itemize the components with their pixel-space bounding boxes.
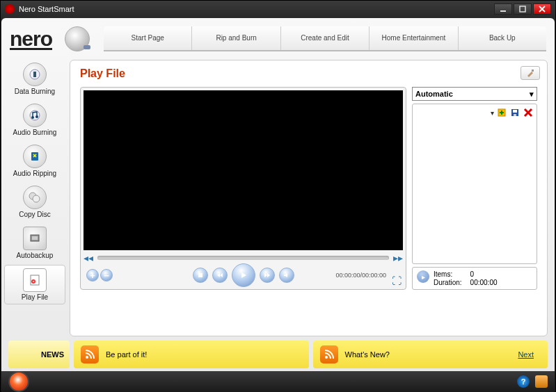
topnav-create-edit[interactable]: Create and Edit: [281, 26, 370, 50]
items-value: 0: [470, 270, 498, 278]
titlebar: Nero StartSmart: [1, 1, 555, 17]
svg-rect-15: [198, 273, 202, 277]
fullscreen-button[interactable]: ⛶: [392, 275, 402, 286]
items-label: Items:: [434, 270, 462, 278]
sidebar-item-label: Play File: [22, 293, 48, 301]
svg-rect-14: [532, 70, 534, 72]
top-nav: Start Page Rip and Burn Create and Edit …: [104, 26, 546, 51]
page-title: Play File: [80, 67, 537, 80]
duration-value: 00:00:00: [470, 279, 498, 286]
main-panel: Play File ◂◂ ▸▸ + −: [70, 60, 548, 336]
options-button[interactable]: [535, 375, 548, 388]
playlist-add-icon[interactable]: [496, 107, 507, 118]
rss-icon: [81, 345, 99, 364]
playlist-mode-dropdown[interactable]: Automatic ▾: [412, 87, 537, 101]
sidebar-autobackup[interactable]: Autobackup: [4, 224, 65, 262]
app-icon: [5, 4, 15, 14]
rss-icon: [320, 345, 338, 364]
backup-icon: [23, 227, 47, 250]
seek-bar[interactable]: [97, 256, 389, 260]
news-item-2[interactable]: What's New? Next: [313, 341, 548, 368]
svg-rect-1: [520, 6, 525, 12]
topnav-home-ent[interactable]: Home Entertainment: [370, 26, 458, 50]
sidebar-audio-burning[interactable]: Audio Burning: [4, 101, 65, 139]
sidebar-item-label: Copy Disc: [19, 211, 51, 218]
maximize-button[interactable]: [514, 3, 532, 15]
close-button[interactable]: [533, 3, 551, 15]
zoom-in-button[interactable]: +: [86, 269, 99, 281]
news-label: NEWS: [8, 341, 70, 368]
svg-rect-11: [32, 236, 38, 240]
svg-rect-19: [514, 114, 516, 116]
news-item-text: What's New?: [345, 350, 390, 359]
sidebar-item-label: Audio Burning: [13, 129, 57, 136]
tools-button[interactable]: [521, 66, 540, 80]
topnav-start-page[interactable]: Start Page: [104, 26, 192, 50]
stop-button[interactable]: [193, 268, 208, 283]
video-display: [84, 90, 403, 250]
play-file-icon: [23, 268, 47, 292]
help-button[interactable]: ?: [517, 375, 530, 388]
burn-button[interactable]: [8, 371, 29, 392]
playlist-save-icon[interactable]: [509, 107, 521, 118]
dropdown-value: Automatic: [415, 90, 453, 98]
time-display: 00:00:00/00:00:00: [335, 272, 386, 279]
sidebar-copy-disc[interactable]: Copy Disc: [4, 183, 65, 221]
zoom-out-button[interactable]: −: [100, 269, 113, 281]
playlist-menu-icon[interactable]: ▾: [491, 109, 494, 117]
rip-icon: [23, 145, 47, 168]
sidebar-item-label: Autobackup: [17, 252, 54, 259]
playlist-delete-icon[interactable]: [523, 107, 534, 118]
svg-point-21: [325, 356, 328, 359]
minimize-button[interactable]: [494, 3, 512, 15]
svg-point-9: [33, 195, 40, 202]
window-title: Nero StartSmart: [19, 5, 494, 13]
seek-back-button[interactable]: ◂◂: [84, 252, 93, 263]
next-button[interactable]: [260, 268, 275, 283]
svg-point-5: [31, 116, 34, 119]
play-small-icon[interactable]: ▸: [417, 270, 429, 283]
chevron-down-icon: ▾: [530, 90, 534, 99]
sidebar-data-burning[interactable]: Data Burning: [4, 60, 65, 98]
sidebar-item-label: Data Burning: [15, 88, 55, 95]
svg-point-6: [35, 115, 38, 118]
svg-rect-0: [500, 10, 506, 12]
svg-rect-3: [33, 72, 36, 77]
svg-rect-18: [513, 110, 517, 113]
sidebar-play-file[interactable]: Play File: [4, 265, 65, 304]
news-item-text: Be part of it!: [106, 350, 147, 359]
sidebar-item-label: Audio Ripping: [13, 170, 56, 177]
svg-point-20: [86, 356, 88, 359]
logo: nero: [10, 27, 52, 51]
playlist-info: ▸ Items: 0 Duration: 00:00:00: [412, 267, 537, 290]
sidebar-audio-ripping[interactable]: Audio Ripping: [4, 142, 65, 180]
playlist-box[interactable]: ▾: [412, 104, 537, 264]
disc-data-icon: [23, 63, 47, 86]
topnav-rip-burn[interactable]: Rip and Burn: [192, 26, 280, 50]
disc-audio-icon: [23, 104, 47, 127]
topnav-backup[interactable]: Back Up: [459, 26, 546, 50]
volume-button[interactable]: [279, 268, 294, 283]
prev-button[interactable]: [212, 268, 228, 283]
sidebar: Data Burning Audio Burning Audio Ripping…: [4, 60, 65, 336]
seek-forward-button[interactable]: ▸▸: [393, 252, 403, 263]
disc-menu-button[interactable]: [65, 26, 90, 51]
copy-disc-icon: [23, 186, 47, 209]
statusbar: ?: [1, 371, 555, 392]
play-button[interactable]: [232, 263, 255, 287]
news-next-link[interactable]: Next: [511, 350, 541, 359]
duration-label: Duration:: [434, 279, 462, 286]
news-item-1[interactable]: Be part of it!: [74, 341, 309, 368]
